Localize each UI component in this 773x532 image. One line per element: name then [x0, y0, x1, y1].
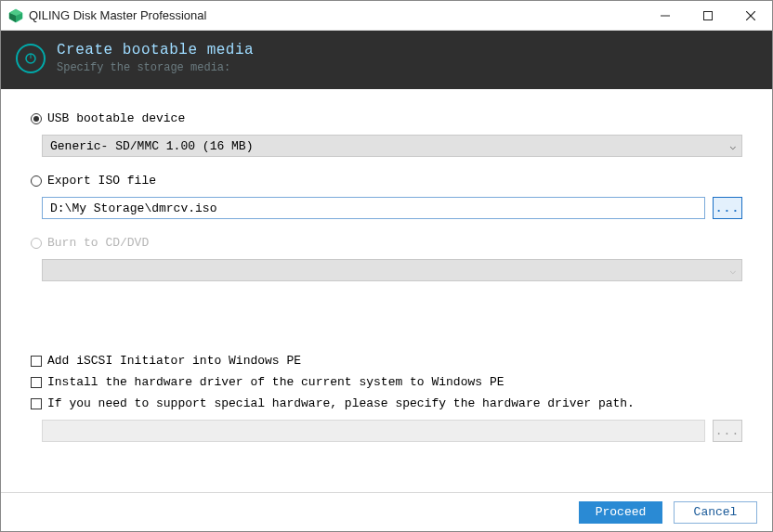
chevron-down-icon: ⌵ — [729, 140, 736, 152]
option-usb-label: USB bootable device — [47, 111, 185, 125]
check-iscsi[interactable]: Add iSCSI Initiator into Windows PE — [31, 354, 742, 368]
option-cd: Burn to CD/DVD — [31, 236, 742, 250]
driver-path-input — [42, 420, 705, 442]
iso-path-input[interactable]: D:\My Storage\dmrcv.iso — [42, 197, 705, 219]
option-cd-label: Burn to CD/DVD — [47, 236, 149, 250]
radio-usb[interactable] — [31, 113, 42, 124]
option-usb[interactable]: USB bootable device — [31, 111, 742, 125]
check-iscsi-label: Add iSCSI Initiator into Windows PE — [47, 354, 301, 368]
radio-cd — [31, 238, 42, 249]
close-button[interactable] — [729, 1, 772, 31]
check-special[interactable]: If you need to support special hardware,… — [31, 396, 742, 410]
chevron-down-icon: ⌵ — [729, 265, 736, 277]
page-title: Create bootable media — [57, 42, 254, 58]
checkbox-hwdriver[interactable] — [31, 377, 42, 388]
footer: Proceed Cancel — [1, 492, 772, 531]
check-hwdriver[interactable]: Install the hardware driver of the curre… — [31, 375, 742, 389]
check-special-label: If you need to support special hardware,… — [47, 396, 635, 410]
window-title: QILING Disk Master Professional — [29, 8, 206, 22]
content-area: USB bootable device Generic- SD/MMC 1.00… — [1, 89, 772, 492]
cd-device-select: ⌵ — [42, 259, 742, 281]
iso-browse-button[interactable]: ... — [713, 197, 742, 219]
checkbox-special[interactable] — [31, 398, 42, 409]
checkbox-iscsi[interactable] — [31, 356, 42, 367]
check-hwdriver-label: Install the hardware driver of the curre… — [47, 375, 504, 389]
cancel-button[interactable]: Cancel — [674, 501, 757, 524]
driver-browse-button: ... — [713, 420, 742, 442]
option-iso[interactable]: Export ISO file — [31, 174, 742, 188]
minimize-button[interactable] — [644, 1, 687, 31]
header-icon — [16, 44, 46, 73]
svg-rect-4 — [704, 11, 713, 19]
proceed-button[interactable]: Proceed — [579, 501, 662, 524]
iso-path-value: D:\My Storage\dmrcv.iso — [50, 201, 216, 215]
page-header: Create bootable media Specify the storag… — [1, 31, 772, 89]
titlebar: QILING Disk Master Professional — [1, 1, 772, 31]
usb-device-select[interactable]: Generic- SD/MMC 1.00 (16 MB) ⌵ — [42, 135, 742, 157]
option-iso-label: Export ISO file — [47, 174, 156, 188]
page-subtitle: Specify the storage media: — [57, 61, 254, 74]
radio-iso[interactable] — [31, 175, 42, 187]
maximize-button[interactable] — [687, 1, 729, 31]
usb-device-selected: Generic- SD/MMC 1.00 (16 MB) — [50, 139, 253, 153]
app-logo-icon — [8, 8, 23, 23]
